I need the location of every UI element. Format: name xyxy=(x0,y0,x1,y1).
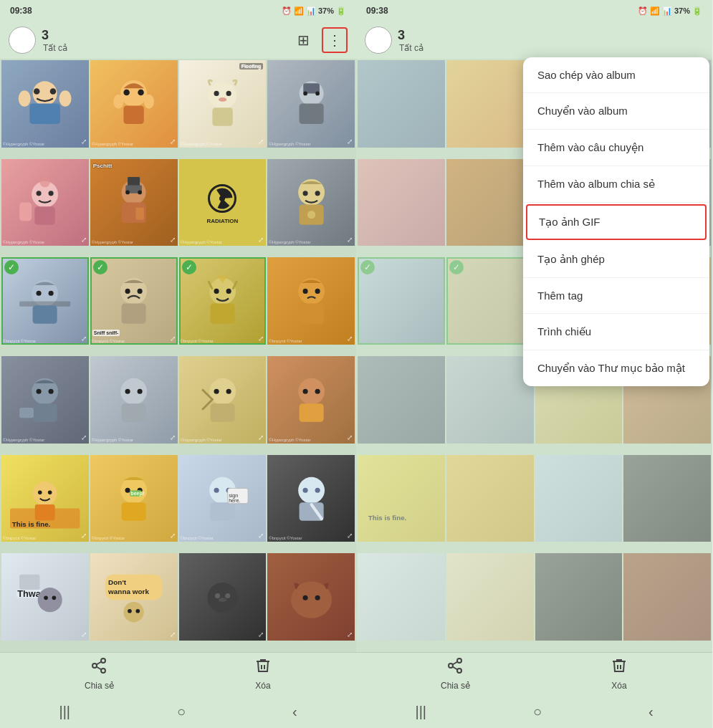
svg-point-56 xyxy=(315,288,320,293)
watermark-14: ©Hypergryph ©Yostar xyxy=(92,438,133,442)
svg-rect-27 xyxy=(19,203,32,221)
menu-item-add-story[interactable]: Thêm vào câu chuyện xyxy=(523,130,709,166)
check-r9: ✓ xyxy=(360,260,375,274)
photo-cell-22[interactable]: Don't wanna work ⤢ xyxy=(90,553,178,641)
menu-item-create-collage[interactable]: Tạo ảnh ghép xyxy=(523,241,709,278)
photo-cell-21[interactable]: Thwack- ⤢ xyxy=(1,553,89,641)
svg-point-31 xyxy=(125,190,130,194)
time-left: 09:38 xyxy=(10,6,32,16)
photo-cell-14[interactable]: ©Hypergryph ©Yostar ⤢ xyxy=(90,356,178,444)
svg-point-32 xyxy=(138,190,142,194)
photo-cell-8[interactable]: ©Hypergryph ©Yostar ⤢ xyxy=(267,159,355,246)
photo-grid-left: ©Hypergryph ©Yostar ⤢ ©Hypergryph ©Yosta… xyxy=(0,59,356,652)
delete-action-left[interactable]: Xóa xyxy=(254,657,272,691)
label-tatca-left: Tất cả xyxy=(43,43,67,53)
photo-cell-7[interactable]: RADIATION ©Hypergryph ©Yostar ⤢ xyxy=(179,159,267,246)
photo-cell-r21 xyxy=(358,553,445,641)
watermark-9: ©bnpycit ©Yostar xyxy=(3,339,36,343)
check-10: ✓ xyxy=(93,260,107,274)
delete-icon-right xyxy=(611,657,628,679)
photo-cell-13[interactable]: ©Hypergryph ©Yostar ⤢ xyxy=(1,356,89,444)
svg-point-116 xyxy=(315,595,320,600)
menu-item-copy-album[interactable]: Sao chép vào album xyxy=(523,57,709,93)
svg-point-41 xyxy=(32,279,58,306)
more-options-btn[interactable]: ⋮ xyxy=(322,27,348,53)
photo-cell-r23 xyxy=(535,553,623,641)
svg-text:This is fine.: This is fine. xyxy=(368,514,407,522)
battery-left: 37% xyxy=(318,6,334,15)
svg-point-23 xyxy=(40,177,50,187)
menu-item-create-gif[interactable]: Tạo ảnh GIF xyxy=(526,204,707,240)
photo-cell-6[interactable]: Pschitt ©Hypergryph ©Yostar ⤢ xyxy=(90,159,178,246)
svg-point-48 xyxy=(138,288,143,293)
svg-point-118 xyxy=(92,664,97,668)
menu-item-move-album[interactable]: Chuyển vào album xyxy=(523,93,709,130)
svg-point-77 xyxy=(38,490,42,494)
photo-cell-11[interactable]: ✓ ©bnpycit ©Yostar ⤢ xyxy=(179,257,267,345)
photo-cell-15[interactable]: ©Hypergryph ©Yostar ⤢ xyxy=(179,356,267,444)
gallery-share-btn[interactable]: ⊞ xyxy=(290,27,316,53)
watermark-18: ©bnpycit ©Yostar xyxy=(92,536,125,540)
menu-item-add-tag[interactable]: Thêm tag xyxy=(523,278,709,314)
expand-9: ⤢ xyxy=(81,335,87,343)
battery-icon: 🔋 xyxy=(336,6,346,16)
photo-cell-24[interactable]: ⤢ xyxy=(267,553,355,641)
svg-point-25 xyxy=(49,191,54,196)
svg-point-51 xyxy=(214,288,219,293)
svg-point-43 xyxy=(49,290,54,295)
photo-cell-9[interactable]: ✓ ©bnpycit ©Yostar ⤢ xyxy=(1,257,89,345)
svg-text:beep!: beep! xyxy=(130,491,144,497)
photo-cell-r2 xyxy=(446,60,534,148)
svg-line-120 xyxy=(97,667,102,670)
nav-bar-left: ||| ○ ‹ xyxy=(0,695,356,728)
menu-item-slideshow[interactable]: Trình chiếu xyxy=(523,314,709,350)
svg-point-47 xyxy=(125,288,130,293)
photo-cell-12[interactable]: ©bnpycit ©Yostar ⤢ xyxy=(267,257,355,345)
photo-cell-10[interactable]: ✓ Sniff sniff- ©bnpycit ©Yostar ⤢ xyxy=(90,257,178,345)
photo-cell-r14 xyxy=(446,356,534,444)
svg-point-4 xyxy=(19,90,31,107)
menu-item-add-shared-album[interactable]: Thêm vào album chia sẻ xyxy=(523,166,709,203)
photo-cell-18[interactable]: beep! ©bnpycit ©Yostar ⤢ xyxy=(90,455,178,542)
photo-cell-17[interactable]: This is fine. ©bnpycit ©Yostar ⤢ xyxy=(1,455,89,542)
svg-point-94 xyxy=(298,477,325,504)
back-icon-right[interactable]: ‹ xyxy=(649,704,654,720)
signal-icon-right: 📊 xyxy=(662,6,672,16)
svg-point-78 xyxy=(48,490,52,494)
expand-5: ⤢ xyxy=(81,236,87,244)
photo-cell-r24 xyxy=(623,553,711,641)
svg-line-127 xyxy=(453,662,458,665)
photo-cell-r10: ✓ xyxy=(446,257,534,345)
photo-cell-16[interactable]: ©Hypergryph ©Yostar ⤢ xyxy=(267,356,355,444)
svg-rect-57 xyxy=(299,303,323,323)
back-icon-left[interactable]: ‹ xyxy=(292,704,297,720)
photo-cell-4[interactable]: ©Hypergryph ©Yostar ⤢ xyxy=(267,60,355,148)
svg-point-64 xyxy=(125,389,130,394)
svg-point-123 xyxy=(457,658,461,663)
expand-6: ⤢ xyxy=(170,236,176,244)
home-icon-left[interactable]: ○ xyxy=(177,704,186,720)
photo-cell-19[interactable]: sign here. ©bnpycit ©Yostar ⤢ xyxy=(179,455,267,542)
delete-action-right[interactable]: Xóa xyxy=(611,657,628,691)
svg-line-126 xyxy=(453,667,458,670)
photo-cell-5[interactable]: ©Hypergryph ©Yostar ⤢ xyxy=(1,159,89,246)
photo-cell-20[interactable]: ©bnpycit ©Yostar ⤢ xyxy=(267,455,355,542)
share-action-right[interactable]: Chia sẻ xyxy=(441,657,470,691)
photo-cell-23[interactable]: ⤢ xyxy=(179,553,267,641)
photo-cell-2[interactable]: ©Hypergryph ©Yostar ⤢ xyxy=(90,60,178,148)
svg-point-95 xyxy=(302,488,307,493)
share-action-left[interactable]: Chia sẻ xyxy=(85,657,114,691)
dropdown-menu: Sao chép vào album Chuyển vào album Thêm… xyxy=(523,57,709,386)
menu-icon-right[interactable]: ||| xyxy=(415,704,426,720)
share-icon-right xyxy=(446,657,464,679)
watermark-12: ©bnpycit ©Yostar xyxy=(269,339,302,343)
wifi-icon-right: 📶 xyxy=(650,6,660,16)
photo-cell-3[interactable]: Floofing ©Hypergryph ©Yostar ⤢ xyxy=(179,60,267,148)
home-icon-right[interactable]: ○ xyxy=(533,704,542,720)
menu-icon-left[interactable]: ||| xyxy=(59,704,70,720)
photo-cell-1[interactable]: ©Hypergryph ©Yostar ⤢ xyxy=(1,60,89,148)
photo-cell-r22 xyxy=(446,553,534,641)
svg-point-7 xyxy=(123,90,130,96)
label-tatca-right: Tất cả xyxy=(399,43,424,53)
menu-item-move-secure[interactable]: Chuyển vào Thư mục bảo mật xyxy=(523,350,709,386)
